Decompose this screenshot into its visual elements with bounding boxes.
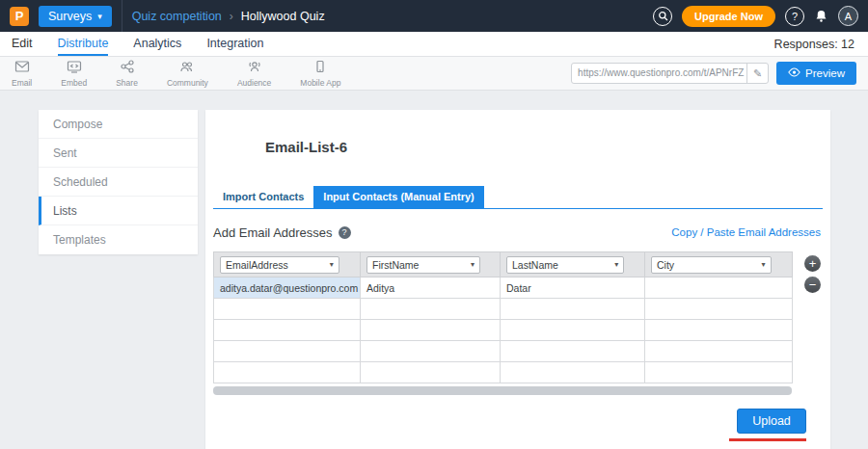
chevron-down-icon: ▾ [330,260,334,269]
table-cell-lastname[interactable] [501,320,645,341]
contacts-table: EmailAddress▾ FirstName▾ LastName▾ City▾ [213,251,793,383]
column-header: City▾ [645,252,793,277]
responses-count: Responses: 12 [774,32,868,56]
table-cell-firstname[interactable]: Aditya [361,277,501,299]
table-row [214,299,793,320]
distribute-toolbar: Email Embed Share Community Audience Mob… [0,57,868,91]
share-icon [120,60,135,77]
embed-icon [67,60,82,77]
table-cell-city[interactable] [645,320,793,341]
annotation-red-underline [729,438,806,441]
breadcrumb-current: Hollywood Quiz [241,10,325,23]
eye-icon [788,67,800,79]
table-cell-firstname[interactable] [361,320,501,341]
email-sidebar: Compose Sent Scheduled Lists Templates [39,110,198,254]
tab-input-contacts-manual[interactable]: Input Contacts (Manual Entry) [313,186,483,208]
community-icon [179,60,195,77]
nav-item-edit[interactable]: Edit [12,32,33,56]
search-icon[interactable] [653,7,672,26]
breadcrumb-separator-icon: › [230,10,233,23]
chevron-down-icon: ▾ [471,260,475,269]
sidebar-item-lists[interactable]: Lists [39,197,198,225]
tab-import-contacts[interactable]: Import Contacts [213,186,313,208]
table-cell-lastname[interactable]: Datar [501,277,645,299]
help-icon[interactable]: ? [785,7,804,26]
toolbar-item-label: Share [116,78,138,88]
toolbar-item-share[interactable]: Share [116,60,138,88]
table-cell-lastname[interactable] [501,299,645,320]
table-cell-email[interactable] [214,341,361,362]
notifications-bell-icon[interactable] [814,9,828,23]
survey-url-field[interactable]: https://www.questionpro.com/t/APNrFZ ✎ [571,63,769,84]
surveys-menu-button[interactable]: Surveys ▾ [39,6,112,27]
table-row [214,362,793,383]
questionpro-logo[interactable]: P [10,7,29,26]
column-select-label: LastName [512,259,558,271]
page-title: Email-List-6 [265,139,830,155]
add-email-row: Add Email Addresses ? Copy / Paste Email… [213,223,823,242]
column-header: FirstName▾ [361,252,501,277]
column-select-emailaddress[interactable]: EmailAddress▾ [220,256,339,274]
table-row [214,341,793,362]
toolbar-item-label: Mobile App [300,78,340,88]
table-header-row: EmailAddress▾ FirstName▾ LastName▾ City▾ [214,252,793,277]
toolbar-item-label: Audience [237,78,271,88]
upgrade-now-button[interactable]: Upgrade Now [682,6,775,27]
nav-item-analytics[interactable]: Analytics [133,32,181,56]
column-select-label: FirstName [372,259,419,271]
table-cell-email[interactable] [214,320,361,341]
column-select-firstname[interactable]: FirstName▾ [366,256,480,274]
sidebar-item-scheduled[interactable]: Scheduled [39,168,198,197]
preview-label: Preview [805,67,845,79]
column-header: EmailAddress▾ [214,252,361,277]
breadcrumb-parent[interactable]: Quiz competition [132,10,222,23]
table-cell-email[interactable]: aditya.datar@questionpro.com [214,277,361,299]
table-cell-lastname[interactable] [501,362,645,383]
table-cell-city[interactable] [645,277,793,299]
column-select-lastname[interactable]: LastName▾ [506,256,624,274]
help-icon-small[interactable]: ? [339,226,351,239]
toolbar-item-audience[interactable]: Audience [237,60,271,88]
column-header: LastName▾ [501,252,645,277]
toolbar-item-mobile-app[interactable]: Mobile App [300,60,340,88]
horizontal-scrollbar[interactable] [213,386,792,395]
sidebar-item-templates[interactable]: Templates [39,225,198,254]
toolbar-item-community[interactable]: Community [167,60,208,88]
sidebar-item-compose[interactable]: Compose [39,110,198,139]
column-select-city[interactable]: City▾ [651,256,772,274]
preview-button[interactable]: Preview [776,62,856,85]
edit-url-pencil-icon[interactable]: ✎ [746,64,768,83]
main-nav: Edit Distribute Analytics Integration Re… [0,32,868,57]
add-row-button[interactable]: + [804,255,821,272]
row-add-remove-controls: + − [804,255,821,293]
table-cell-firstname[interactable] [361,299,501,320]
table-cell-firstname[interactable] [361,341,501,362]
page: P Surveys ▾ Quiz competition › Hollywood… [0,0,868,449]
email-icon [14,60,30,77]
copy-paste-emails-link[interactable]: Copy / Paste Email Addresses [671,226,821,238]
toolbar-item-label: Community [167,78,208,88]
table-cell-city[interactable] [645,362,793,383]
table-cell-city[interactable] [645,299,793,320]
toolbar-item-email[interactable]: Email [12,60,32,88]
add-email-addresses-heading: Add Email Addresses [213,225,333,240]
table-cell-email[interactable] [214,362,361,383]
nav-item-integration[interactable]: Integration [206,32,263,56]
chevron-down-icon: ▾ [762,260,766,269]
table-cell-city[interactable] [645,341,793,362]
table-cell-email[interactable] [214,299,361,320]
nav-item-distribute[interactable]: Distribute [58,32,109,56]
breadcrumb: Quiz competition › Hollywood Quiz [132,10,325,23]
toolbar-item-embed[interactable]: Embed [61,60,87,88]
topbar-divider [122,0,122,32]
mobile-app-icon [312,60,328,77]
content-area: Compose Sent Scheduled Lists Templates E… [0,91,868,449]
table-cell-firstname[interactable] [361,362,501,383]
column-select-label: EmailAddress [226,259,288,271]
user-avatar[interactable]: A [838,6,858,26]
remove-row-button[interactable]: − [804,277,821,293]
upload-button[interactable]: Upload [737,409,806,434]
table-cell-lastname[interactable] [501,341,645,362]
email-list-panel: Email-List-6 Import Contacts Input Conta… [205,110,830,449]
sidebar-item-sent[interactable]: Sent [39,139,198,168]
